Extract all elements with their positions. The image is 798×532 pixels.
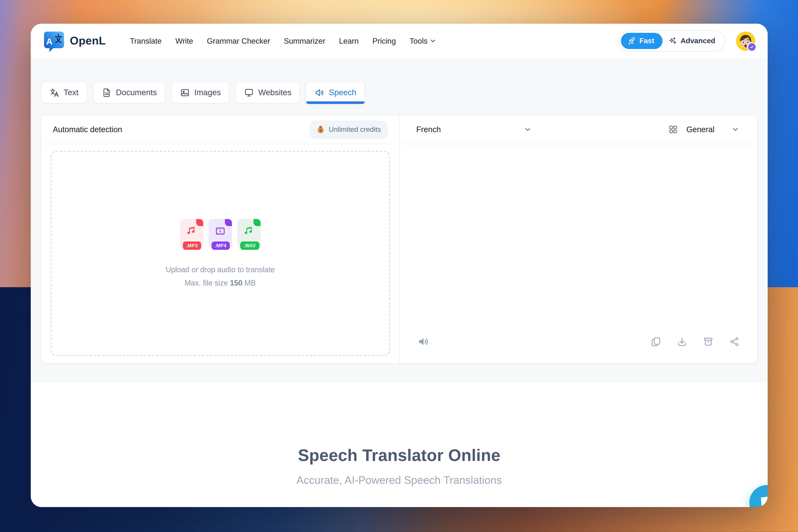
target-panel-header: French General [400,115,757,144]
download-icon [677,336,687,347]
audio-upload-dropzone[interactable]: .MP3 [51,151,390,356]
volume-icon [417,336,430,348]
file-type-label: .WAV [240,242,259,250]
tab-text[interactable]: Text [41,81,87,103]
chevron-down-icon [524,126,531,133]
rocket-icon [628,37,636,45]
tab-label: Images [194,88,221,97]
wav-file-icon: .WAV [237,219,261,248]
brand-name: OpenL [70,35,106,48]
mode-toggle: Fast Advanced [619,30,725,52]
nav-item-write[interactable]: Write [175,36,193,45]
desktop-wallpaper: A OpenL Translate Write Grammar Checker … [0,0,798,532]
svg-text:A: A [46,36,52,46]
monitor-icon [244,88,254,97]
chat-bubble-icon [758,493,768,507]
max-file-size-value: 150 [230,279,242,287]
style-label: General [686,125,715,134]
action-icon-group [650,336,740,347]
top-nav: A OpenL Translate Write Grammar Checker … [31,24,768,58]
chevron-down-icon [430,38,436,44]
nav-item-translate[interactable]: Translate [130,36,162,45]
fast-mode-button[interactable]: Fast [621,33,663,49]
translator-panel: Automatic detection $ Unlimited credits [41,115,758,364]
app-window: A OpenL Translate Write Grammar Checker … [31,24,768,507]
chevron-down-icon [732,126,739,133]
openl-logo-icon: A [43,30,65,52]
brand[interactable]: A OpenL [43,30,106,52]
nav-item-learn[interactable]: Learn [339,36,359,45]
copy-button[interactable] [650,336,661,347]
mp4-file-icon: .MP4 [209,219,232,248]
nav-right: Fast Advanced [619,30,755,52]
source-panel: Automatic detection $ Unlimited credits [41,115,399,363]
file-type-label: .MP3 [183,242,201,250]
tab-label: Text [63,88,79,97]
tab-label: Websites [258,88,291,97]
screen: A OpenL Translate Write Grammar Checker … [0,0,798,532]
page-title: Speech Translator Online [31,383,768,465]
upload-size-limit: Max. file size 150 MB [185,279,255,288]
translation-style-selector[interactable]: General [668,125,739,134]
tab-images[interactable]: Images [171,81,230,103]
fast-label: Fast [640,37,654,45]
workspace: Text Documents Images [31,58,768,383]
advanced-mode-button[interactable]: Advanced [663,33,723,49]
target-language-label: French [416,125,441,134]
nav-item-summarizer[interactable]: Summarizer [284,36,325,45]
nav-item-grammar-checker[interactable]: Grammar Checker [207,36,270,45]
verified-badge-icon [747,42,757,51]
download-button[interactable] [677,336,687,347]
credits-label: Unlimited credits [329,125,381,134]
mp3-file-icon: .MP3 [180,219,203,248]
translate-icon [50,88,59,97]
play-audio-button[interactable] [417,336,430,348]
archive-icon [703,336,714,347]
source-panel-header: Automatic detection $ Unlimited credits [41,115,399,144]
source-language-selector[interactable]: Automatic detection [53,125,122,134]
share-button[interactable] [729,336,740,347]
credits-badge: $ Unlimited credits [310,120,387,139]
grid-icon [668,125,678,134]
nav-item-tools[interactable]: Tools [410,36,436,45]
document-icon [102,88,112,97]
tools-label: Tools [410,36,428,45]
tab-speech[interactable]: Speech [306,81,365,103]
copy-icon [650,336,661,347]
money-bag-icon: $ [316,125,325,134]
output-actions [400,326,757,363]
nav-item-pricing[interactable]: Pricing [373,36,396,45]
tab-label: Speech [329,88,356,97]
advanced-label: Advanced [681,37,715,45]
file-type-label: .MP4 [212,242,230,250]
translation-output-area [400,144,757,326]
svg-text:$: $ [320,128,322,132]
speech-speaker-icon [315,88,325,97]
target-panel: French General [399,115,757,363]
tab-websites[interactable]: Websites [235,81,300,103]
tab-documents[interactable]: Documents [93,81,166,103]
nav-links: Translate Write Grammar Checker Summariz… [130,36,619,45]
upload-instruction: Upload or drop audio to translate [166,266,274,274]
supported-file-types: .MP3 [180,219,261,248]
page-footer: Speech Translator Online Accurate, AI-Po… [31,383,768,507]
archive-button[interactable] [703,336,714,347]
tab-label: Documents [116,88,157,97]
share-icon [729,336,740,347]
user-avatar[interactable] [736,31,755,51]
image-icon [180,88,190,97]
page-subtitle: Accurate, AI-Powered Speech Translations [31,474,768,487]
mode-tabs: Text Documents Images [41,58,758,103]
target-language-selector[interactable]: French [416,125,531,134]
sparkles-icon [668,37,677,45]
